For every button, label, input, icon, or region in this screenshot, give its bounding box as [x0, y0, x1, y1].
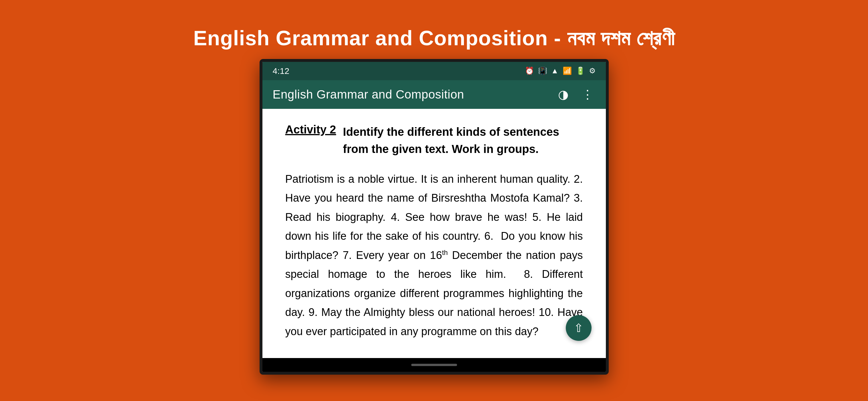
content-area: Activity 2 Identify the different kinds …	[262, 109, 606, 358]
app-bar: English Grammar and Composition ◑ ⋮	[262, 80, 606, 109]
vpn-icon: ⚙	[589, 66, 595, 75]
activity-instruction: Identify the different kinds of sentence…	[343, 123, 583, 157]
scroll-to-top-button[interactable]: ⇧	[566, 315, 592, 341]
bottom-bar	[262, 358, 606, 372]
device-frame: 4:12 ⏰ 📳 ▲ 📶 🔋 ⚙ English Grammar and Com…	[259, 59, 609, 375]
alarm-icon: ⏰	[525, 66, 534, 75]
more-options-button[interactable]: ⋮	[580, 86, 595, 103]
app-bar-actions: ◑ ⋮	[556, 86, 595, 103]
status-bar: 4:12 ⏰ 📳 ▲ 📶 🔋 ⚙	[262, 62, 606, 80]
app-bar-title: English Grammar and Composition	[273, 88, 464, 102]
brightness-button[interactable]: ◑	[556, 86, 571, 103]
chevron-up-icon: ⇧	[574, 322, 584, 334]
brightness-icon: ◑	[558, 87, 569, 102]
home-indicator	[411, 364, 457, 366]
page-title: English Grammar and Composition - নবম দশ…	[182, 26, 686, 50]
activity-body: Patriotism is a noble virtue. It is an i…	[285, 170, 583, 341]
battery-icon: 🔋	[576, 66, 585, 75]
activity-header: Activity 2 Identify the different kinds …	[285, 123, 583, 157]
signal-icon: 📶	[563, 66, 572, 75]
more-vertical-icon: ⋮	[582, 87, 593, 102]
vibrate-icon: 📳	[538, 66, 547, 75]
status-icons: ⏰ 📳 ▲ 📶 🔋 ⚙	[525, 66, 595, 75]
status-time: 4:12	[273, 66, 289, 76]
activity-label: Activity 2	[285, 123, 336, 136]
wifi-icon: ▲	[551, 66, 559, 75]
